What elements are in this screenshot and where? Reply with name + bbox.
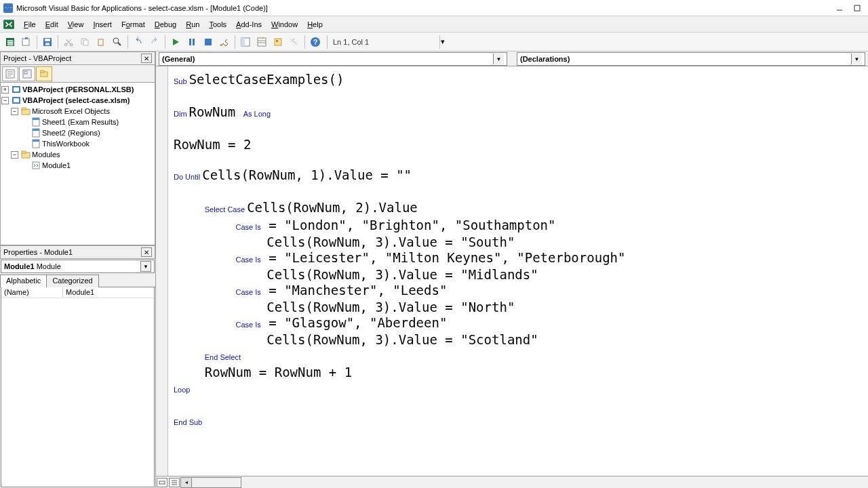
menu-edit[interactable]: Edit — [41, 19, 63, 30]
svg-rect-27 — [258, 38, 266, 46]
find-button[interactable] — [110, 35, 125, 49]
properties-object-selector[interactable]: Module1 Module ▼ — [1, 260, 155, 273]
sheet-icon — [31, 117, 41, 127]
procedure-combo-value: (Declarations) — [520, 55, 570, 63]
procedure-view-button[interactable] — [157, 478, 167, 487]
object-browser-button[interactable] — [271, 35, 285, 49]
menu-window[interactable]: Window — [267, 19, 302, 30]
properties-pane-title: Properties - Module1 — [3, 248, 73, 256]
menu-add-ins[interactable]: Add-Ins — [231, 19, 267, 30]
svg-line-19 — [118, 43, 121, 45]
reset-button[interactable] — [201, 35, 216, 49]
project-tree[interactable]: +VBAProject (PERSONAL.XLSB) −VBAProject … — [0, 83, 155, 245]
properties-grid[interactable]: (Name) Module1 — [1, 287, 155, 487]
svg-rect-55 — [22, 151, 26, 153]
menu-format[interactable]: Format — [117, 19, 150, 30]
folder-icon — [21, 106, 31, 116]
horizontal-scrollbar[interactable]: ◂ — [180, 477, 241, 488]
svg-rect-22 — [193, 39, 195, 45]
project-node[interactable]: VBAProject (PERSONAL.XLSB) — [22, 85, 134, 94]
dropdown-arrow-icon[interactable]: ▼ — [140, 261, 151, 272]
code-text[interactable]: Sub SelectCaseExamples() Dim RowNum As L… — [174, 72, 625, 430]
break-button[interactable] — [184, 35, 199, 49]
redo-button[interactable] — [147, 35, 162, 49]
svg-rect-15 — [83, 40, 88, 45]
minimize-button[interactable] — [831, 2, 848, 14]
paste-button[interactable] — [94, 35, 108, 49]
project-toolbar — [0, 65, 155, 83]
maximize-button[interactable] — [849, 2, 865, 14]
app-icon: ⋯ — [3, 3, 14, 14]
workbook-icon — [31, 139, 41, 148]
scroll-left-icon[interactable]: ◂ — [181, 478, 192, 487]
toolbox-button[interactable] — [287, 35, 302, 49]
cut-button[interactable] — [61, 35, 76, 49]
svg-rect-49 — [33, 118, 39, 120]
svg-text:▦: ▦ — [7, 38, 14, 46]
run-button[interactable] — [168, 35, 183, 49]
project-pane-header: Project - VBAProject ✕ — [0, 52, 155, 65]
collapse-toggle[interactable]: − — [11, 151, 18, 159]
menu-tools[interactable]: Tools — [204, 19, 231, 30]
object-combo[interactable]: (General) ▼ — [159, 52, 507, 66]
sheet-node[interactable]: Sheet2 (Regions) — [42, 129, 100, 137]
folder-node[interactable]: Modules — [32, 150, 60, 159]
svg-rect-23 — [205, 39, 212, 45]
menu-debug[interactable]: Debug — [150, 19, 181, 30]
collapse-toggle[interactable]: − — [1, 97, 9, 104]
undo-button[interactable] — [131, 35, 146, 49]
toolbar-overflow[interactable]: ▾ — [439, 35, 445, 49]
workbook-node[interactable]: ThisWorkbook — [42, 140, 90, 148]
svg-point-18 — [113, 38, 119, 43]
project-icon — [12, 85, 21, 94]
toggle-folders-button[interactable] — [36, 66, 52, 81]
object-type: Module — [37, 262, 61, 270]
sheet-node[interactable]: Sheet1 (Exam Results) — [42, 118, 119, 126]
window-title: Microsoft Visual Basic for Applications … — [16, 4, 830, 12]
menu-help[interactable]: Help — [302, 19, 328, 30]
properties-pane-close[interactable]: ✕ — [141, 247, 152, 257]
design-mode-button[interactable] — [217, 35, 232, 49]
folder-node[interactable]: Microsoft Excel Objects — [32, 107, 110, 115]
code-editor[interactable]: Sub SelectCaseExamples() Dim RowNum As L… — [156, 66, 868, 476]
property-row[interactable]: (Name) Module1 — [1, 287, 154, 298]
menu-file[interactable]: File — [19, 19, 41, 30]
expand-toggle[interactable]: + — [1, 86, 9, 94]
project-pane-close[interactable]: ✕ — [141, 54, 152, 63]
excel-icon[interactable] — [3, 18, 15, 30]
svg-text:?: ? — [313, 38, 318, 46]
copy-button[interactable] — [77, 35, 92, 49]
project-explorer-button[interactable] — [238, 35, 253, 49]
view-excel-button[interactable]: ▦ — [3, 35, 18, 49]
full-module-view-button[interactable] — [169, 478, 180, 487]
menu-insert[interactable]: Insert — [88, 19, 117, 30]
dropdown-arrow-icon[interactable]: ▼ — [493, 54, 504, 64]
help-button[interactable]: ? — [308, 35, 323, 49]
tab-alphabetic[interactable]: Alphabetic — [0, 274, 47, 287]
module-node[interactable]: Module1 — [42, 161, 71, 169]
property-value[interactable]: Module1 — [62, 287, 154, 298]
svg-text:⋯: ⋯ — [5, 4, 12, 12]
sheet-icon — [31, 128, 41, 138]
svg-rect-47 — [22, 108, 26, 110]
collapse-toggle[interactable]: − — [11, 108, 18, 115]
svg-rect-51 — [33, 129, 39, 131]
project-pane-title: Project - VBAProject — [3, 54, 71, 62]
view-code-button[interactable] — [2, 66, 18, 81]
svg-rect-10 — [45, 39, 50, 41]
svg-rect-31 — [276, 40, 278, 42]
menu-run[interactable]: Run — [181, 19, 204, 30]
view-object-button[interactable] — [19, 66, 35, 81]
project-node[interactable]: VBAProject (select-case.xlsm) — [22, 96, 130, 104]
project-icon — [12, 96, 21, 105]
menu-view[interactable]: View — [63, 19, 89, 30]
tab-categorized[interactable]: Categorized — [46, 274, 98, 287]
save-button[interactable] — [40, 35, 55, 49]
svg-rect-17 — [99, 40, 102, 45]
properties-window-button[interactable] — [254, 35, 269, 49]
procedure-combo[interactable]: (Declarations) ▼ — [517, 52, 865, 66]
dropdown-arrow-icon[interactable]: ▼ — [851, 54, 862, 64]
insert-module-button[interactable] — [19, 35, 34, 49]
code-margin[interactable] — [156, 66, 168, 476]
svg-rect-7 — [22, 39, 29, 45]
